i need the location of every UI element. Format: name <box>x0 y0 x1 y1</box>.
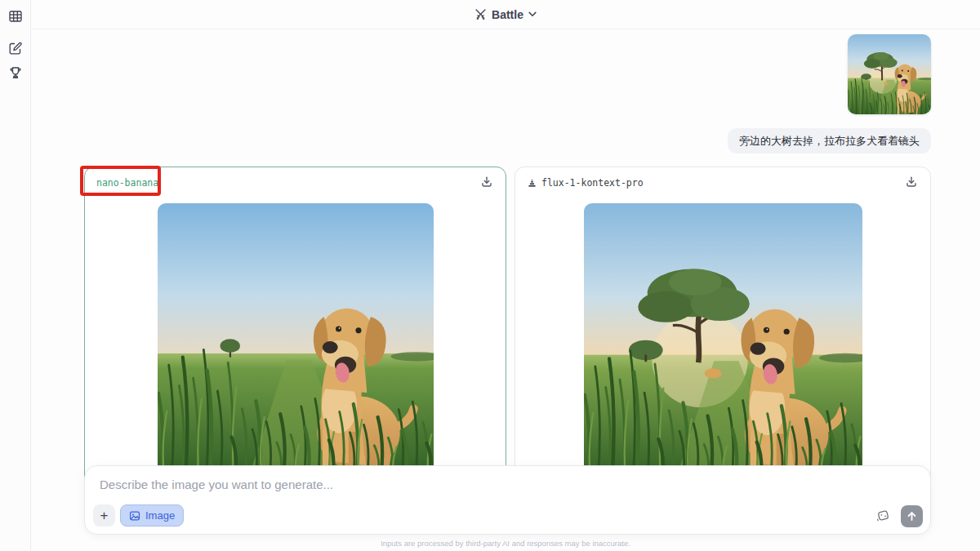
disclaimer-text: Inputs are processed by third-party AI a… <box>31 539 980 548</box>
generated-image-left[interactable] <box>158 203 434 479</box>
chevron-down-icon <box>528 11 537 17</box>
arrow-up-icon <box>906 511 917 522</box>
conversation-area: 旁边的大树去掉，拉布拉多犬看着镜头 nano-banana <box>31 29 980 551</box>
model-panel-nano-banana: nano-banana <box>84 167 506 509</box>
crossed-swords-icon <box>474 8 487 20</box>
download-icon[interactable] <box>905 176 920 190</box>
image-icon <box>129 510 140 522</box>
send-button[interactable] <box>901 505 923 527</box>
bfl-triangle-logo-icon <box>527 178 537 189</box>
model-name-label: flux-1-kontext-pro <box>527 177 644 189</box>
panel-header: nano-banana <box>85 167 506 200</box>
add-attachment-button[interactable]: + <box>93 504 115 527</box>
app-window: Battle <box>0 0 980 551</box>
user-uploaded-image[interactable] <box>848 34 931 114</box>
trophy-icon[interactable] <box>8 65 23 80</box>
grid-table-icon[interactable] <box>8 9 23 24</box>
prompt-composer: + Image <box>84 465 931 535</box>
random-prompt-dice-button[interactable] <box>875 508 891 523</box>
battle-mode-dropdown[interactable]: Battle <box>474 8 537 21</box>
download-icon[interactable] <box>480 176 495 190</box>
prompt-input[interactable] <box>100 478 900 499</box>
user-message-bubble: 旁边的大树去掉，拉布拉多犬看着镜头 <box>728 128 931 153</box>
panel-header: flux-1-kontext-pro <box>515 167 930 200</box>
model-name-label: nano-banana <box>96 177 158 189</box>
generated-image-right[interactable] <box>584 203 862 482</box>
mode-label: Battle <box>492 8 523 21</box>
sidebar <box>0 0 31 551</box>
model-panel-flux: flux-1-kontext-pro <box>514 167 931 509</box>
image-mode-button[interactable]: Image <box>120 504 184 527</box>
image-button-label: Image <box>145 509 175 522</box>
top-bar: Battle <box>31 0 980 29</box>
compose-icon[interactable] <box>8 41 23 56</box>
